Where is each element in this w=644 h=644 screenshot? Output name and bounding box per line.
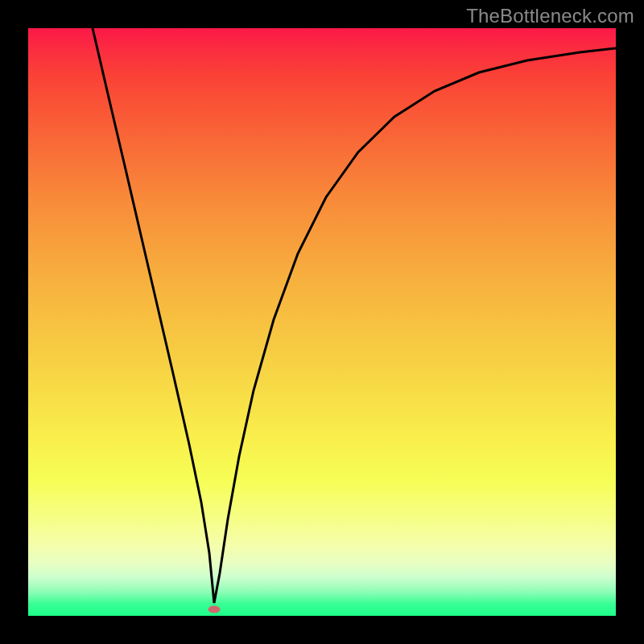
curve-svg <box>28 28 616 616</box>
chart-frame: TheBottleneck.com <box>0 0 644 644</box>
minimum-marker <box>208 606 221 613</box>
bottleneck-curve <box>93 28 616 603</box>
plot-area <box>28 28 616 616</box>
watermark-text: TheBottleneck.com <box>466 5 634 27</box>
